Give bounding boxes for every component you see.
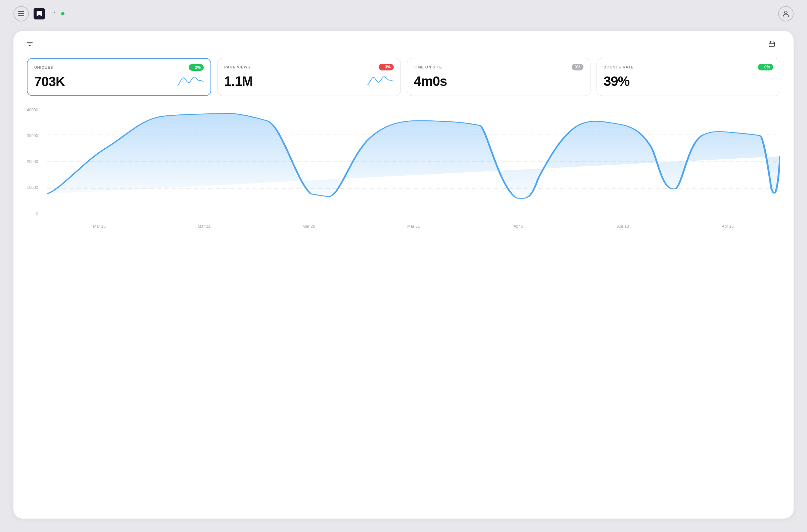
- toolbar: [27, 41, 780, 49]
- metric-header: PAGE VIEWS ↓ 3%: [224, 64, 394, 71]
- chart-x-label: Apr 10: [571, 224, 675, 229]
- chart-y-label: 20000: [27, 160, 38, 164]
- chart-x-label: Apr 15: [675, 224, 780, 229]
- chart-x-label: Mar 16: [47, 224, 152, 229]
- chart-y-label: 40000: [27, 108, 38, 112]
- main-card: UNIQUES ↑ 2% 703K PAGE VIEWS ↓ 3% 1.1M T…: [14, 31, 793, 518]
- topbar: ⌃: [0, 0, 807, 27]
- svg-rect-4: [769, 42, 774, 46]
- metric-value-row: 1.1M: [224, 74, 394, 89]
- date-range-button[interactable]: [769, 41, 780, 49]
- metric-badge: ↓ 8%: [758, 64, 773, 71]
- user-button[interactable]: [778, 6, 793, 21]
- metric-badge: ↑ 2%: [189, 64, 204, 71]
- svg-point-0: [785, 11, 787, 14]
- metric-header: BOUNCE RATE ↓ 8%: [604, 64, 773, 71]
- metric-label: PAGE VIEWS: [224, 65, 251, 69]
- metric-value-row: 703K: [34, 74, 204, 89]
- chart-container: 400003000020000100000: [27, 108, 780, 229]
- chart-y-label: 10000: [27, 186, 38, 190]
- filter-search-button[interactable]: [27, 41, 38, 48]
- brand: ⌃: [34, 8, 56, 19]
- metric-value: 4m0s: [414, 74, 447, 89]
- hamburger-icon: [18, 12, 24, 16]
- topbar-left: ⌃: [14, 6, 67, 21]
- chart-x-label: Mar 21: [152, 224, 256, 229]
- brand-chevron-icon[interactable]: ⌃: [52, 11, 56, 16]
- metric-card-page-views[interactable]: PAGE VIEWS ↓ 3% 1.1M: [217, 58, 401, 96]
- chart-x-label: Apr 5: [466, 224, 571, 229]
- metric-badge: 0%: [572, 64, 583, 71]
- metric-card-bounce-rate[interactable]: BOUNCE RATE ↓ 8% 39%: [597, 58, 780, 96]
- chart-x-label: Mar 31: [361, 224, 466, 229]
- metric-card-time-on-site[interactable]: TIME ON SITE 0% 4m0s: [407, 58, 590, 96]
- chart-x-labels: Mar 16Mar 21Mar 26Mar 31Apr 5Apr 10Apr 1…: [47, 216, 780, 229]
- metric-badge: ↓ 3%: [379, 64, 394, 71]
- live-visitors-badge: [61, 12, 67, 15]
- metric-label: UNIQUES: [34, 65, 53, 70]
- chart-y-label: 30000: [27, 134, 38, 138]
- calendar-icon: [769, 41, 775, 49]
- brand-logo: [34, 8, 45, 19]
- chart-area: [47, 108, 780, 215]
- metric-value: 39%: [604, 74, 629, 89]
- metric-card-uniques[interactable]: UNIQUES ↑ 2% 703K: [27, 58, 211, 96]
- metric-value-row: 39%: [604, 74, 773, 89]
- metric-value: 1.1M: [224, 74, 253, 89]
- menu-button[interactable]: [14, 6, 29, 21]
- live-dot-icon: [61, 12, 65, 15]
- metric-value-row: 4m0s: [414, 74, 583, 89]
- metric-label: BOUNCE RATE: [604, 65, 634, 69]
- filter-icon: [27, 41, 33, 48]
- metric-label: TIME ON SITE: [414, 65, 442, 69]
- metric-header: UNIQUES ↑ 2%: [34, 64, 204, 71]
- metrics-row: UNIQUES ↑ 2% 703K PAGE VIEWS ↓ 3% 1.1M T…: [27, 58, 780, 96]
- chart-y-labels: 400003000020000100000: [27, 108, 38, 215]
- metric-header: TIME ON SITE 0%: [414, 64, 583, 71]
- chart-y-label: 0: [27, 211, 38, 215]
- metric-value: 703K: [34, 74, 65, 89]
- chart-x-label: Mar 26: [256, 224, 361, 229]
